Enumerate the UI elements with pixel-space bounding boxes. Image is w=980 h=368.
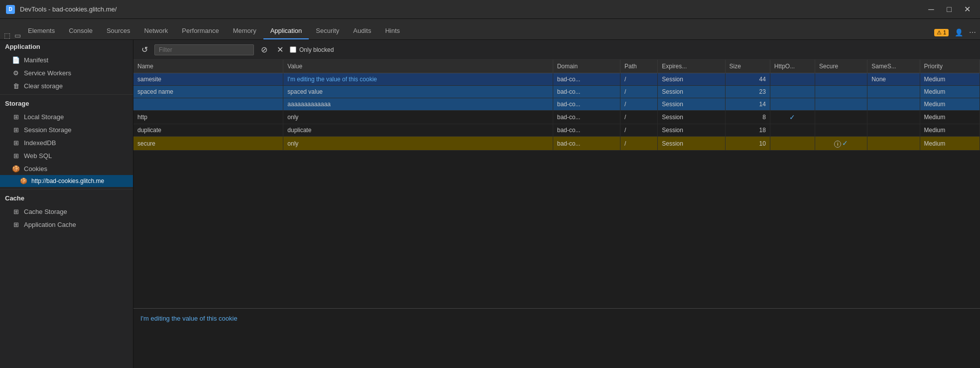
sidebar-item-session-storage[interactable]: ⊞ Session Storage xyxy=(0,123,133,136)
sidebar-item-cookies[interactable]: 🍪 Cookies xyxy=(0,162,133,175)
table-row[interactable]: samesiteI'm editing the value of this co… xyxy=(133,73,980,86)
close-button[interactable]: ✕ xyxy=(960,4,974,15)
table-cell: Medium xyxy=(920,111,980,124)
maximize-button[interactable]: □ xyxy=(942,4,956,15)
table-cell xyxy=(867,98,920,111)
delete-button[interactable]: ✕ xyxy=(274,44,286,56)
table-cell xyxy=(867,86,920,98)
table-cell: bad-co... xyxy=(553,98,620,111)
sidebar-item-manifest[interactable]: 📄 Manifest xyxy=(0,53,133,66)
cookie-toolbar: ↺ ⊘ ✕ Only blocked xyxy=(133,40,980,60)
sidebar-item-cache-storage[interactable]: ⊞ Cache Storage xyxy=(0,205,133,218)
sidebar-section-storage: Storage xyxy=(0,97,133,110)
table-cell xyxy=(867,111,920,124)
col-header-value[interactable]: Value xyxy=(283,60,553,73)
tab-console[interactable]: Console xyxy=(62,23,100,39)
table-cell xyxy=(867,124,920,137)
more-options-icon[interactable]: ⋯ xyxy=(969,28,976,36)
tab-sources[interactable]: Sources xyxy=(100,23,137,39)
table-row[interactable]: spaced namespaced valuebad-co.../Session… xyxy=(133,86,980,98)
cache-storage-icon: ⊞ xyxy=(12,207,20,215)
sidebar-item-indexeddb[interactable]: ⊞ IndexedDB xyxy=(0,136,133,149)
app-cache-icon: ⊞ xyxy=(12,220,20,228)
table-cell: bad-co... xyxy=(553,137,620,151)
sidebar-sub-item-cookie-site[interactable]: 🍪 http://bad-cookies.glitch.me xyxy=(0,175,133,187)
user-icon[interactable]: 👤 xyxy=(955,28,963,36)
tab-audits[interactable]: Audits xyxy=(346,23,378,39)
sidebar-item-web-sql[interactable]: ⊞ Web SQL xyxy=(0,149,133,162)
table-cell: http xyxy=(133,111,283,124)
table-row[interactable]: secureonlybad-co.../Session10i✓Medium xyxy=(133,137,980,151)
col-header-priority[interactable]: Priority xyxy=(920,60,980,73)
indexeddb-icon: ⊞ xyxy=(12,139,20,147)
col-header-samesite[interactable]: SameS... xyxy=(867,60,920,73)
table-cell: duplicate xyxy=(283,124,553,137)
col-header-httponly[interactable]: HttpO... xyxy=(770,60,815,73)
tab-performance[interactable]: Performance xyxy=(175,23,226,39)
tab-network[interactable]: Network xyxy=(137,23,175,39)
table-cell: Session xyxy=(658,111,725,124)
table-cell: bad-co... xyxy=(553,111,620,124)
device-icon[interactable]: ⬚ xyxy=(4,31,10,39)
sidebar-item-cache-storage-label: Cache Storage xyxy=(24,208,67,215)
col-header-size[interactable]: Size xyxy=(725,60,770,73)
table-cell xyxy=(770,98,815,111)
col-header-path[interactable]: Path xyxy=(620,60,658,73)
table-cell: 44 xyxy=(725,73,770,86)
warning-badge[interactable]: ⚠ 1 xyxy=(934,29,949,36)
sidebar-item-service-workers[interactable]: ⚙ Service Workers xyxy=(0,66,133,79)
gear-icon: ⚙ xyxy=(12,69,20,77)
sidebar-item-app-cache-label: Application Cache xyxy=(24,221,76,228)
tab-hints[interactable]: Hints xyxy=(378,23,407,39)
tab-memory[interactable]: Memory xyxy=(226,23,263,39)
table-row[interactable]: duplicateduplicatebad-co.../Session18Med… xyxy=(133,124,980,137)
refresh-button[interactable]: ↺ xyxy=(138,44,150,56)
col-header-domain[interactable]: Domain xyxy=(553,60,620,73)
cookie-table-body: samesiteI'm editing the value of this co… xyxy=(133,73,980,151)
table-row[interactable]: httponlybad-co.../Session8✓Medium xyxy=(133,111,980,124)
table-cell xyxy=(815,86,867,98)
sidebar-item-session-storage-label: Session Storage xyxy=(24,126,71,134)
col-header-name[interactable]: Name xyxy=(133,60,283,73)
table-cell: aaaaaaaaaaaaa xyxy=(283,98,553,111)
col-header-secure[interactable]: Secure xyxy=(815,60,867,73)
divider-1 xyxy=(0,94,133,95)
table-cell xyxy=(770,124,815,137)
tab-application[interactable]: Application xyxy=(263,23,309,39)
cookie-table-container: Name Value Domain Path Expires... Size H… xyxy=(133,60,980,308)
table-cell: Session xyxy=(658,73,725,86)
table-cell: 8 xyxy=(725,111,770,124)
table-cell: / xyxy=(620,73,658,86)
table-cell: 14 xyxy=(725,98,770,111)
only-blocked-checkbox[interactable] xyxy=(290,46,296,53)
table-cell: secure xyxy=(133,137,283,151)
sidebar-item-local-storage[interactable]: ⊞ Local Storage xyxy=(0,110,133,123)
minimize-button[interactable]: ─ xyxy=(924,4,938,15)
table-cell: only xyxy=(283,137,553,151)
sidebar-item-local-storage-label: Local Storage xyxy=(24,113,64,121)
table-cell: None xyxy=(867,73,920,86)
screen-icon[interactable]: ▭ xyxy=(14,31,21,39)
clear-button[interactable]: ⊘ xyxy=(258,44,270,56)
table-cell xyxy=(770,86,815,98)
cookie-value-text: I'm editing the value of this cookie xyxy=(140,315,238,322)
tab-elements[interactable]: Elements xyxy=(21,23,62,39)
sidebar-item-clear-storage[interactable]: 🗑 Clear storage xyxy=(0,79,133,92)
sidebar-item-app-cache[interactable]: ⊞ Application Cache xyxy=(0,218,133,231)
window-title: DevTools - bad-cookies.glitch.me/ xyxy=(20,5,919,13)
filter-input[interactable] xyxy=(154,44,254,55)
table-cell xyxy=(815,124,867,137)
web-sql-icon: ⊞ xyxy=(12,152,20,160)
table-cell: Session xyxy=(658,137,725,151)
table-cell: samesite xyxy=(133,73,283,86)
tab-security[interactable]: Security xyxy=(309,23,346,39)
table-cell xyxy=(770,73,815,86)
clear-storage-icon: 🗑 xyxy=(12,82,20,90)
divider-2 xyxy=(0,189,133,189)
table-row[interactable]: aaaaaaaaaaaaabad-co.../Session14Medium xyxy=(133,98,980,111)
tab-bar: ⬚ ▭ ElementsConsoleSourcesNetworkPerform… xyxy=(0,19,980,40)
col-header-expires[interactable]: Expires... xyxy=(658,60,725,73)
table-cell: i✓ xyxy=(815,137,867,151)
sidebar-sub-item-cookie-site-label: http://bad-cookies.glitch.me xyxy=(31,178,104,184)
only-blocked-label[interactable]: Only blocked xyxy=(290,46,334,53)
